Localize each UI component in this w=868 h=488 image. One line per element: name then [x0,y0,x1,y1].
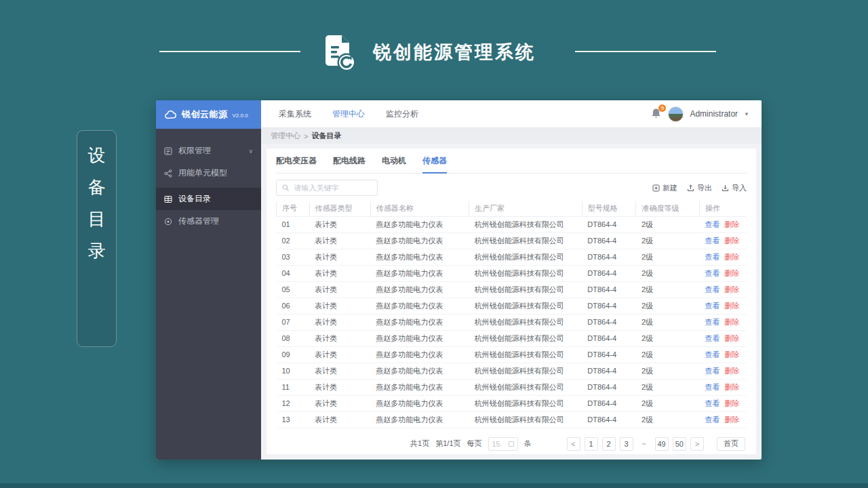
app-window: 锐创云能源 V2.0.0 权限管理 ∨ 用能单元模型 [156,100,762,460]
view-link[interactable]: 查看 [705,220,720,228]
tab-electric-motor[interactable]: 电动机 [382,155,406,173]
cell-type: 表计类 [309,395,370,411]
export-icon [687,184,694,192]
view-link[interactable]: 查看 [705,415,720,424]
delete-link[interactable]: 删除 [725,383,740,391]
new-button[interactable]: 新建 [652,183,677,193]
cell-no: 08 [277,330,310,346]
view-link[interactable]: 查看 [705,269,720,277]
sidebar-item-device-catalog[interactable]: 设备目录 [156,188,261,210]
page-button[interactable]: 49 [655,437,669,451]
tab-distribution-transformer[interactable]: 配电变压器 [276,155,317,173]
delete-link[interactable]: 删除 [725,220,740,228]
sidebar-item-sensor-mgmt[interactable]: 传感器管理 [156,210,261,232]
unit-label: 条 [524,439,532,449]
next-page-button[interactable]: > [690,437,704,451]
cell-accuracy: 2级 [636,411,700,428]
col-no: 序号 [277,201,310,216]
view-link[interactable]: 查看 [705,334,720,342]
per-page-input-wrap [488,437,518,451]
sidebar-item-permission-mgmt[interactable]: 权限管理 ∨ [156,140,261,162]
delete-link[interactable]: 删除 [725,318,740,326]
sidebar-item-label: 传感器管理 [178,216,219,227]
view-link[interactable]: 查看 [705,350,720,359]
document-list-icon [164,147,172,155]
tab-sensor[interactable]: 传感器 [422,155,447,174]
tab-distribution-line[interactable]: 配电线路 [333,155,366,173]
delete-link[interactable]: 删除 [725,269,740,277]
import-button[interactable]: 导入 [722,183,747,193]
cell-model: DT864-4 [582,216,636,232]
cell-manufacturer: 杭州锐创能源科技有限公司 [469,363,582,379]
pagination-summary: 共1页 第1/1页 每页 条 [410,437,531,451]
col-actions: 操作 [700,201,747,216]
cell-name: 燕赵多功能电力仪表 [370,411,469,428]
cell-actions: 查看删除 [700,265,747,281]
cell-actions: 查看删除 [700,314,747,330]
page-button[interactable]: 2 [602,437,616,451]
search-input[interactable] [294,184,372,192]
cell-accuracy: 2级 [636,298,700,314]
avatar[interactable] [668,106,684,122]
view-link[interactable]: 查看 [705,383,720,391]
nav-item-collection-system[interactable]: 采集系统 [279,108,311,120]
delete-link[interactable]: 删除 [725,334,740,342]
cell-actions: 查看删除 [700,411,747,428]
breadcrumb-current: 设备目录 [311,131,341,141]
nav-item-monitoring-analysis[interactable]: 监控分析 [386,108,418,120]
notification-bell-icon[interactable]: 5 [651,108,662,120]
total-pages-label: 共1页 [410,439,429,449]
delete-link[interactable]: 删除 [725,253,740,261]
cell-no: 10 [277,363,310,379]
share-icon [164,169,172,178]
sidebar-item-label: 用能单元模型 [178,167,227,179]
view-link[interactable]: 查看 [705,302,720,310]
cell-accuracy: 2级 [636,216,700,232]
prev-page-button[interactable]: < [567,437,580,451]
cell-manufacturer: 杭州锐创能源科技有限公司 [469,330,582,346]
per-page-input[interactable] [492,440,506,448]
breadcrumb-parent[interactable]: 管理中心 [271,131,300,141]
delete-link[interactable]: 删除 [725,367,740,375]
first-page-button[interactable]: 首页 [717,437,745,451]
view-link[interactable]: 查看 [705,237,720,245]
cell-actions: 查看删除 [700,395,747,411]
per-page-stepper-icon[interactable] [509,441,514,447]
delete-link[interactable]: 删除 [725,415,740,424]
app-logo-icon [320,33,358,72]
page-ellipsis: ~ [637,437,651,451]
cell-accuracy: 2级 [636,346,700,363]
delete-link[interactable]: 删除 [725,237,740,245]
page-button[interactable]: 3 [620,437,633,451]
cell-type: 表计类 [309,379,370,395]
cell-manufacturer: 杭州锐创能源科技有限公司 [469,298,582,314]
cell-model: DT864-4 [582,249,636,265]
delete-link[interactable]: 删除 [725,302,740,310]
view-link[interactable]: 查看 [705,367,720,375]
cell-model: DT864-4 [582,265,636,281]
page-button[interactable]: 50 [673,437,686,451]
cell-name: 燕赵多功能电力仪表 [370,281,469,298]
cell-no: 01 [277,216,310,232]
delete-link[interactable]: 删除 [725,350,740,359]
vertical-label-char: 备 [88,178,106,196]
cell-accuracy: 2级 [636,232,700,249]
export-button[interactable]: 导出 [687,183,712,193]
cell-accuracy: 2级 [636,281,700,298]
breadcrumb-separator: > [304,132,308,140]
sidebar-item-energy-unit-model[interactable]: 用能单元模型 [156,162,261,184]
delete-link[interactable]: 删除 [725,285,740,293]
nav-item-management-center[interactable]: 管理中心 [332,108,365,120]
view-link[interactable]: 查看 [705,253,720,261]
search-box [276,180,378,196]
vertical-label-card: 设 备 目 录 [77,130,117,347]
view-link[interactable]: 查看 [705,318,720,326]
product-name: 锐创云能源 [182,108,228,121]
delete-link[interactable]: 删除 [725,399,740,407]
view-link[interactable]: 查看 [705,285,720,293]
user-dropdown-caret-icon[interactable]: ▼ [744,111,749,117]
view-link[interactable]: 查看 [705,399,720,407]
page-button[interactable]: 1 [585,437,598,451]
cell-manufacturer: 杭州锐创能源科技有限公司 [469,346,582,363]
page: 锐创能源管理系统 设 备 目 录 锐创云能源 V2.0.0 权限管理 [0,0,868,488]
